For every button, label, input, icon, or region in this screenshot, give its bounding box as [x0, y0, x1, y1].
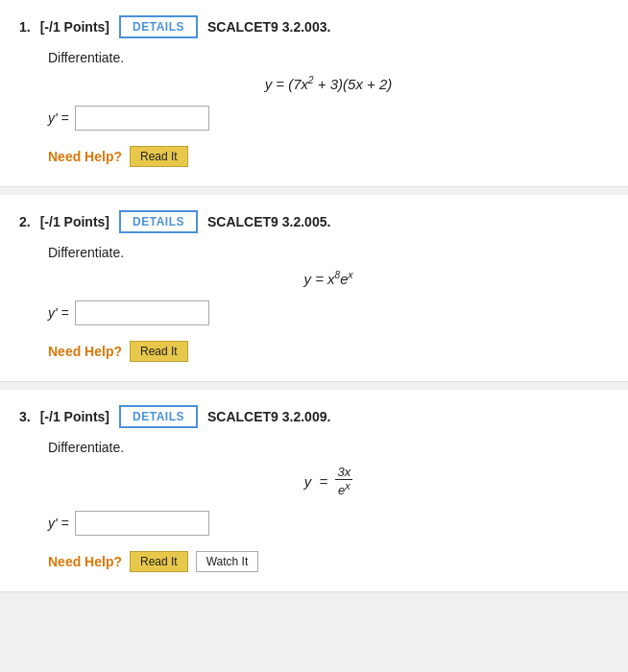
problem-2-body: Differentiate. y = x8ex y' = Need Help? …	[19, 245, 609, 362]
problem-3-denominator: ex	[336, 480, 352, 497]
problem-1-header: 1. [-/1 Points] DETAILS SCALCET9 3.2.003…	[19, 15, 609, 38]
problem-3-watch-it-button[interactable]: Watch It	[196, 551, 259, 572]
problem-2-y-prime-label: y' =	[48, 305, 69, 321]
problem-1-need-help: Need Help?	[48, 149, 122, 164]
problem-1-help-row: Need Help? Read It	[48, 146, 609, 167]
problem-1-read-it-button[interactable]: Read It	[130, 146, 188, 167]
problem-3-body: Differentiate. y = 3x ex y' = Need Help?…	[19, 440, 609, 572]
problem-2-equation: y = x8ex	[48, 270, 609, 287]
problem-1-answer-row: y' =	[48, 106, 609, 131]
problem-2-instruction: Differentiate.	[48, 245, 609, 260]
problem-2-header: 2. [-/1 Points] DETAILS SCALCET9 3.2.005…	[19, 210, 609, 233]
problem-3-fraction: 3x ex	[335, 465, 352, 497]
problem-2-help-row: Need Help? Read It	[48, 341, 609, 362]
problem-2-points: [-/1 Points]	[40, 214, 109, 229]
problem-3-equation: y = 3x ex	[48, 465, 609, 497]
problem-1: 1. [-/1 Points] DETAILS SCALCET9 3.2.003…	[0, 0, 628, 187]
problem-1-equation: y = (7x2 + 3)(5x + 2)	[48, 75, 609, 92]
problem-2-need-help: Need Help?	[48, 344, 122, 359]
problem-3-points: [-/1 Points]	[40, 409, 109, 424]
problem-3-y-prime-label: y' =	[48, 516, 69, 531]
problem-1-body: Differentiate. y = (7x2 + 3)(5x + 2) y' …	[19, 50, 609, 167]
problem-3-need-help: Need Help?	[48, 554, 122, 569]
problem-2-code: SCALCET9 3.2.005.	[207, 214, 330, 229]
problem-2: 2. [-/1 Points] DETAILS SCALCET9 3.2.005…	[0, 195, 628, 382]
problem-3-number: 3.	[19, 409, 31, 424]
problem-3-help-row: Need Help? Read It Watch It	[48, 551, 609, 572]
problem-1-number: 1.	[19, 19, 31, 35]
problem-3: 3. [-/1 Points] DETAILS SCALCET9 3.2.009…	[0, 390, 628, 592]
problem-3-details-button[interactable]: DETAILS	[119, 405, 198, 428]
problem-3-answer-row: y' =	[48, 511, 609, 536]
problem-1-instruction: Differentiate.	[48, 50, 609, 65]
problem-3-header: 3. [-/1 Points] DETAILS SCALCET9 3.2.009…	[19, 405, 609, 428]
problem-2-read-it-button[interactable]: Read It	[130, 341, 188, 362]
problem-1-y-prime-label: y' =	[48, 110, 69, 126]
problem-3-answer-input[interactable]	[75, 511, 209, 536]
problem-3-numerator: 3x	[335, 465, 352, 480]
problem-2-answer-row: y' =	[48, 300, 609, 325]
problem-1-answer-input[interactable]	[75, 106, 209, 131]
problem-1-points: [-/1 Points]	[40, 19, 109, 35]
problem-1-code: SCALCET9 3.2.003.	[207, 19, 330, 35]
problem-3-read-it-button[interactable]: Read It	[130, 551, 188, 572]
problem-3-instruction: Differentiate.	[48, 440, 609, 455]
problem-3-code: SCALCET9 3.2.009.	[207, 409, 330, 424]
problem-1-details-button[interactable]: DETAILS	[119, 15, 198, 38]
problem-2-answer-input[interactable]	[75, 300, 209, 325]
problem-2-details-button[interactable]: DETAILS	[119, 210, 198, 233]
problem-2-number: 2.	[19, 214, 31, 229]
